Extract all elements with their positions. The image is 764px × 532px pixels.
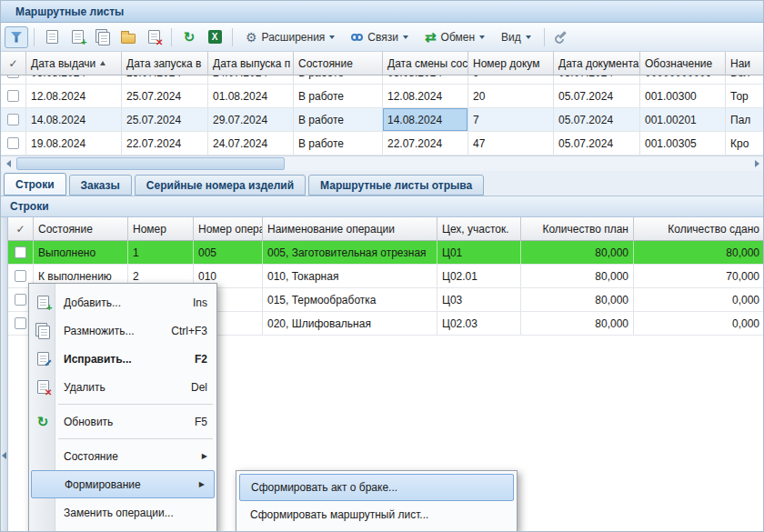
row-checkbox[interactable] [7, 137, 19, 149]
menu-item-refresh[interactable]: ↻ Обновить F5 [29, 407, 216, 436]
route-sheet-row[interactable]: 12.08.2024 25.07.2024 01.08.2024 В работ… [1, 85, 764, 108]
column-header-date-state-change[interactable]: Дата смены сос [383, 52, 468, 75]
column-header-date-issued[interactable]: Дата выдачи [26, 52, 122, 75]
check-column-header[interactable]: ✓ [1, 52, 26, 75]
menu-item-generate-defect-act[interactable]: Сформировать акт о браке... [239, 474, 514, 501]
column-header-state[interactable]: Состояние [294, 52, 383, 75]
cell: В работе [294, 108, 383, 131]
menu-item-generation[interactable]: Формирование ▶ [31, 470, 215, 498]
tab-orders[interactable]: Заказы [69, 175, 132, 196]
view-dropdown[interactable]: Вид [494, 26, 538, 48]
column-header-qty-done[interactable]: Количество сдано [634, 217, 764, 241]
cell: 80,000 [521, 241, 634, 264]
refresh-button[interactable]: ↻ [177, 26, 201, 48]
menu-item-shortcut: Del [191, 381, 207, 394]
cell: 22.07.2024 [383, 132, 468, 155]
toolbar-separator [171, 28, 172, 46]
scroll-right-button[interactable] [749, 156, 764, 171]
cell: 1 [128, 241, 194, 264]
column-header-date-release[interactable]: Дата выпуска п [208, 52, 294, 75]
column-header-label: Дата запуска в [126, 57, 201, 70]
column-header-designation[interactable]: Обозначение [640, 52, 726, 75]
collapse-splitter[interactable] [1, 217, 8, 532]
column-header-doc-date[interactable]: Дата документа [554, 52, 640, 75]
links-dropdown[interactable]: Связи [344, 26, 416, 48]
route-sheet-row-selected[interactable]: 14.08.2024 25.07.2024 29.07.2024 В работ… [1, 108, 764, 132]
toolbar-separator [34, 28, 35, 46]
delete-document-icon: ✕ [37, 380, 49, 394]
row-checkbox[interactable] [15, 270, 26, 282]
menu-item-state[interactable]: Состояние ▶ [29, 442, 216, 470]
tab-rows[interactable]: Строки [4, 173, 66, 196]
horizontal-scrollbar[interactable] [1, 156, 764, 171]
open-folder-icon [121, 34, 136, 44]
excel-export-button[interactable]: X [203, 26, 226, 48]
cell: 05.07.2024 [554, 75, 640, 84]
toolbar-separator [544, 28, 545, 46]
detail-tabs: Строки Заказы Серийные номера изделий Ма… [1, 171, 764, 196]
tab-tear-off-route-sheets[interactable]: Маршрутные листы отрыва [308, 175, 484, 196]
duplicate-document-button[interactable] [91, 26, 115, 48]
column-header-workshop[interactable]: Цех, участок. [437, 217, 521, 241]
duplicate-document-icon [38, 326, 50, 339]
tab-serial-numbers[interactable]: Серийные номера изделий [135, 175, 306, 196]
submenu-arrow-icon: ▶ [199, 480, 205, 488]
cell: Ц01 [437, 241, 521, 264]
column-header-op-state[interactable]: Состояние [34, 217, 128, 241]
row-checkbox[interactable] [15, 317, 26, 329]
route-sheet-row[interactable]: 19.08.2024 22.07.2024 24.07.2024 В работ… [1, 132, 764, 156]
links-icon [351, 34, 363, 41]
operation-row-done[interactable]: Выполнено 1 005 005, Заготовительная отр… [8, 241, 764, 265]
column-header-doc-number[interactable]: Номер докум [468, 52, 554, 75]
scroll-left-button[interactable] [1, 156, 16, 171]
row-checkbox[interactable] [7, 114, 19, 125]
scrollbar-thumb[interactable] [16, 157, 285, 170]
extensions-label: Расширения [262, 31, 326, 44]
partially-visible-row[interactable]: 05.08.2024 23.07.2024 24.07.2024 В работ… [1, 75, 764, 85]
cell: 01.08.2024 [208, 85, 294, 107]
check-icon: ✓ [15, 223, 25, 236]
menu-item-replace-operations[interactable]: Заменить операции... [29, 498, 216, 527]
column-header-op-number[interactable]: Номер [128, 217, 194, 241]
cell: 05.07.2024 [554, 132, 640, 155]
row-checkbox[interactable] [15, 246, 26, 258]
settings-wrench-button[interactable] [550, 26, 574, 48]
excel-icon: X [208, 30, 222, 44]
cell: 9 [468, 75, 554, 84]
exchange-dropdown[interactable]: ⇄ Обмен [417, 26, 492, 48]
column-header-name[interactable]: Наи [726, 52, 764, 75]
cell: Ц03 [437, 288, 521, 311]
row-checkbox[interactable] [15, 294, 26, 306]
selected-cell: 14.08.2024 [383, 108, 468, 131]
tab-label: Строки [15, 178, 55, 191]
menu-item-duplicate[interactable]: Размножить... Ctrl+F3 [29, 316, 216, 345]
cell: 47 [468, 132, 554, 155]
extensions-dropdown[interactable]: ⚙ Расширения [238, 26, 342, 48]
tab-label: Маршрутные листы отрыва [320, 179, 472, 192]
delete-document-button[interactable]: ✕ [142, 26, 166, 48]
column-header-op-code[interactable]: Номер опера [194, 217, 263, 241]
menu-item-generate-route-sheet[interactable]: Сформировать маршрутный лист... [239, 501, 514, 528]
collapse-arrow-icon [2, 452, 6, 459]
cell: В работе [294, 132, 383, 155]
menu-item-edit[interactable]: Исправить... F2 [29, 345, 216, 373]
column-header-label: Номер докум [473, 57, 539, 70]
column-header-op-name[interactable]: Наименование операции [263, 217, 437, 241]
add-document-button[interactable]: + [65, 26, 89, 48]
cell: 80,000 [521, 312, 634, 335]
cell: 005 [194, 241, 263, 264]
refresh-icon: ↻ [184, 30, 196, 44]
menu-item-shortcut: Ins [193, 296, 207, 309]
cell: 80,000 [634, 241, 764, 264]
filter-button[interactable] [5, 26, 28, 48]
check-column-header[interactable]: ✓ [8, 217, 34, 241]
menu-item-delete[interactable]: ✕ Удалить Del [29, 373, 216, 401]
row-checkbox[interactable] [7, 90, 19, 102]
new-document-button[interactable] [40, 26, 64, 48]
open-folder-button[interactable] [116, 26, 140, 48]
column-header-qty-plan[interactable]: Количество план [521, 217, 634, 241]
column-header-date-launch[interactable]: Дата запуска в [122, 52, 208, 75]
menu-item-add[interactable]: + Добавить... Ins [29, 288, 216, 316]
column-header-label: Состояние [38, 223, 93, 236]
row-checkbox[interactable] [7, 75, 19, 78]
